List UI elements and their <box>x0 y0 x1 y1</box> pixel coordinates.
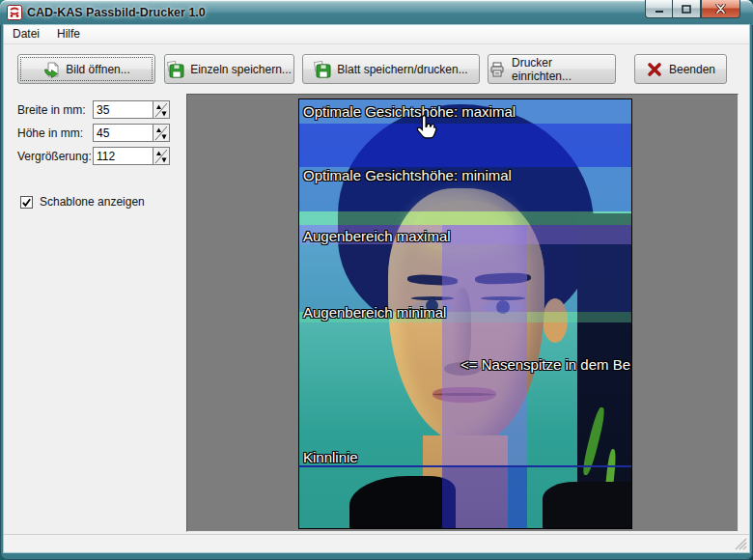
width-spinner[interactable] <box>153 101 169 118</box>
overlay-green-band-upper <box>299 211 631 225</box>
menubar: Datei Hilfe <box>4 25 749 44</box>
zoom-input[interactable] <box>94 148 153 164</box>
exit-x-icon <box>646 61 663 78</box>
guide-label-eyes-max: Augenbereich maximal <box>303 228 451 244</box>
spinner-icon <box>154 102 168 118</box>
photo-clothing-left <box>349 476 456 529</box>
titlebar[interactable]: CAD-KAS Passbild-Drucker 1.0 <box>0 0 753 25</box>
resize-grip[interactable] <box>734 537 747 550</box>
guide-label-face-min: Optimale Gesichtshöhe: minimal <box>303 167 512 183</box>
printer-setup-label: Drucker einrichten... <box>512 56 615 83</box>
overlay-nose-stripe-lower <box>442 466 527 528</box>
width-field <box>93 100 170 119</box>
window-controls <box>645 0 740 18</box>
height-input[interactable] <box>94 125 153 141</box>
hand-cursor-icon <box>412 114 439 143</box>
save-sheet-label: Blatt speichern/drucken... <box>337 63 467 76</box>
maximize-icon <box>682 5 691 14</box>
spinner-icon <box>154 149 168 164</box>
printer-icon <box>488 61 506 78</box>
save-disk-icon <box>314 61 331 78</box>
check-icon <box>21 197 32 208</box>
app-window: CAD-KAS Passbild-Drucker 1.0 Datei Hilfe <box>0 0 753 560</box>
zoom-field <box>93 147 170 165</box>
exit-button[interactable]: Beenden <box>634 54 727 84</box>
maximize-button[interactable] <box>673 0 701 18</box>
photo-clothing-right <box>543 482 632 529</box>
guide-label-face-max: Optimale Gesichtshöhe: maximal <box>303 103 516 120</box>
image-panel: Optimale Gesichtshöhe: maximal Optimale … <box>186 94 739 532</box>
close-button[interactable] <box>701 0 740 18</box>
window-title: CAD-KAS Passbild-Drucker 1.0 <box>27 0 206 25</box>
height-spinner[interactable] <box>153 125 169 141</box>
template-checkbox-label: Schablone anzeigen <box>40 195 145 209</box>
spinner-icon <box>154 126 168 141</box>
close-icon <box>715 4 726 14</box>
guide-label-chin: Kinnlinie <box>303 449 358 465</box>
width-field-label: Breite in mm: <box>17 103 86 117</box>
open-image-button[interactable]: Bild öffnen... <box>17 54 155 84</box>
chin-guide-line <box>299 465 631 467</box>
height-field-label: Höhe in mm: <box>17 126 83 140</box>
overlay-nose-stripe-upper <box>442 225 527 466</box>
save-sheet-button[interactable]: Blatt speichern/drucken... <box>302 54 480 84</box>
guide-label-nose-tip: <= Nasenspitze in dem Be <box>460 356 630 373</box>
template-checkbox[interactable] <box>20 196 33 209</box>
save-single-label: Einzeln speichern... <box>190 63 292 76</box>
height-field <box>93 124 170 142</box>
save-disk-icon <box>167 61 184 78</box>
app-icon <box>7 5 22 20</box>
template-checkbox-row: Schablone anzeigen <box>20 195 145 209</box>
zoom-field-label: Vergrößerung: <box>17 150 92 163</box>
printer-setup-button[interactable]: Drucker einrichten... <box>488 54 616 84</box>
statusbar <box>4 534 749 552</box>
overlay-facemax-band <box>299 124 631 167</box>
client-area: Datei Hilfe Bild öffnen... Einzeln speic… <box>4 25 749 552</box>
menu-item-hilfe[interactable]: Hilfe <box>48 25 89 43</box>
width-input[interactable] <box>94 101 153 118</box>
zoom-spinner[interactable] <box>153 148 169 164</box>
minimize-button[interactable] <box>645 0 673 18</box>
minimize-icon <box>655 5 664 14</box>
exit-label: Beenden <box>669 63 715 76</box>
menu-item-datei[interactable]: Datei <box>4 25 48 43</box>
open-image-label: Bild öffnen... <box>66 63 130 76</box>
photo-canvas[interactable]: Optimale Gesichtshöhe: maximal Optimale … <box>298 98 632 529</box>
open-image-icon <box>42 61 60 78</box>
save-single-button[interactable]: Einzeln speichern... <box>164 54 294 84</box>
guide-label-eyes-min: Augenbereich minimal <box>303 304 446 321</box>
